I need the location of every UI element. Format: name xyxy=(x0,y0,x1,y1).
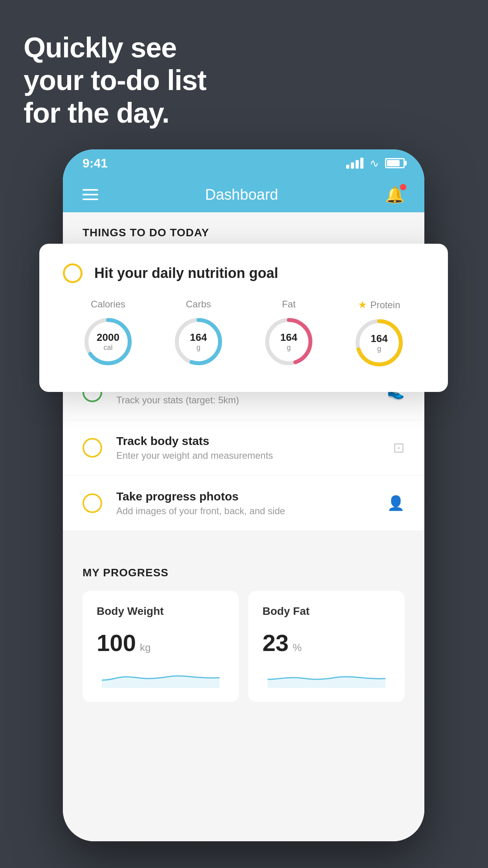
todo-circle-photos xyxy=(83,493,102,513)
protein-label: Protein xyxy=(370,300,400,311)
todo-text-body-stats: Track body stats Enter your weight and m… xyxy=(116,434,379,461)
wifi-icon: ∿ xyxy=(370,157,379,170)
card-title: Hit your daily nutrition goal xyxy=(94,265,278,281)
protein-label-row: ★ Protein xyxy=(358,299,400,311)
nav-title: Dashboard xyxy=(205,186,278,203)
progress-cards: Body Weight 100 kg Body Fat xyxy=(83,591,405,702)
protein-value: 164 g xyxy=(371,333,387,353)
signal-icon xyxy=(346,158,363,169)
fat-label: Fat xyxy=(282,299,296,310)
todo-item-body-stats[interactable]: Track body stats Enter your weight and m… xyxy=(63,420,424,476)
body-fat-title: Body Fat xyxy=(262,605,391,618)
body-weight-unit: kg xyxy=(140,642,150,654)
status-bar: 9:41 ∿ xyxy=(63,149,424,177)
body-fat-value: 23 xyxy=(262,629,289,657)
star-icon: ★ xyxy=(358,299,367,311)
person-photo-icon: 👤 xyxy=(387,495,405,511)
nutrition-item-fat: Fat 164 g xyxy=(263,299,314,367)
todo-item-photos[interactable]: Take progress photos Add images of your … xyxy=(63,476,424,531)
body-fat-unit: % xyxy=(293,642,302,654)
nutrition-row: Calories 2000 cal Carbs xyxy=(63,299,424,368)
progress-section: MY PROGRESS Body Weight 100 kg xyxy=(63,547,424,702)
carbs-label: Carbs xyxy=(186,299,211,310)
nutrition-item-calories: Calories 2000 cal xyxy=(83,299,134,367)
progress-section-title: MY PROGRESS xyxy=(83,566,405,579)
calories-chart: 2000 cal xyxy=(83,316,134,367)
body-weight-title: Body Weight xyxy=(97,605,225,618)
body-weight-value: 100 xyxy=(97,629,136,657)
battery-icon xyxy=(385,158,405,168)
nav-bar: Dashboard 🔔 xyxy=(63,177,424,212)
body-fat-chart xyxy=(262,664,391,688)
body-weight-chart xyxy=(97,664,225,688)
card-title-row: Hit your daily nutrition goal xyxy=(63,263,424,283)
calories-value: 2000 cal xyxy=(97,331,119,352)
fat-chart: 164 g xyxy=(263,316,314,367)
carbs-value: 164 g xyxy=(190,331,207,352)
hero-text: Quickly see your to-do list for the day. xyxy=(24,31,206,129)
todo-subtitle-photos: Add images of your front, back, and side xyxy=(116,506,373,517)
todo-circle-body-stats xyxy=(83,438,102,458)
body-weight-card[interactable]: Body Weight 100 kg xyxy=(83,591,239,702)
notification-button[interactable]: 🔔 xyxy=(385,186,405,204)
body-fat-value-row: 23 % xyxy=(262,629,391,657)
menu-button[interactable] xyxy=(83,189,98,200)
nutrition-item-protein: ★ Protein 164 g xyxy=(354,299,405,368)
status-icons: ∿ xyxy=(346,157,405,170)
calories-label: Calories xyxy=(91,299,125,310)
todo-subtitle-running: Track your stats (target: 5km) xyxy=(116,395,373,406)
things-today-header: THINGS TO DO TODAY xyxy=(63,212,424,247)
todo-subtitle-body-stats: Enter your weight and measurements xyxy=(116,450,379,461)
protein-chart: 164 g xyxy=(354,317,405,368)
status-time: 9:41 xyxy=(83,156,108,171)
todo-text-photos: Take progress photos Add images of your … xyxy=(116,490,373,517)
fat-value: 164 g xyxy=(280,331,297,352)
body-fat-card[interactable]: Body Fat 23 % xyxy=(248,591,405,702)
todo-title-photos: Take progress photos xyxy=(116,490,373,503)
nutrition-item-carbs: Carbs 164 g xyxy=(173,299,224,367)
todo-title-body-stats: Track body stats xyxy=(116,434,379,448)
card-circle-check[interactable] xyxy=(63,263,83,283)
nutrition-card: Hit your daily nutrition goal Calories 2… xyxy=(39,244,448,392)
scale-icon: ⊡ xyxy=(393,440,405,456)
notification-badge xyxy=(400,184,406,190)
body-weight-value-row: 100 kg xyxy=(97,629,225,657)
carbs-chart: 164 g xyxy=(173,316,224,367)
